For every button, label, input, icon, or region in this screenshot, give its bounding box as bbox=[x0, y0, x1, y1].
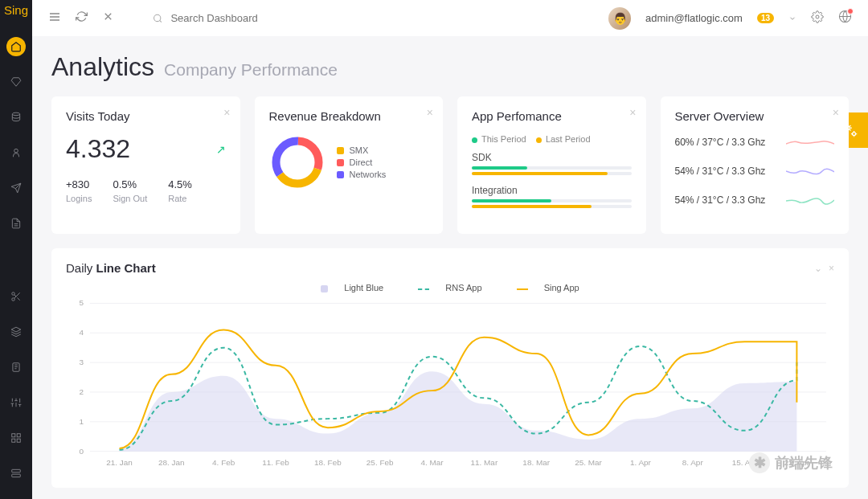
svg-text:2: 2 bbox=[79, 387, 84, 396]
sparkline bbox=[786, 192, 834, 208]
search-input[interactable] bbox=[170, 12, 313, 24]
svg-rect-5 bbox=[12, 434, 15, 437]
stat-label: Rate bbox=[168, 194, 192, 203]
home-icon bbox=[10, 41, 22, 52]
chart-title: Daily Line Chart bbox=[66, 261, 156, 275]
send-icon bbox=[10, 182, 22, 194]
svg-text:18. Mar: 18. Mar bbox=[522, 458, 550, 467]
globe-button[interactable] bbox=[838, 10, 852, 27]
user-email: admin@flatlogic.com bbox=[645, 12, 743, 24]
legend-label: Last Period bbox=[546, 134, 591, 144]
svg-text:11. Mar: 11. Mar bbox=[471, 458, 498, 467]
sidebar-item-doc[interactable] bbox=[6, 214, 26, 233]
scissors-icon bbox=[10, 291, 22, 302]
line-chart: 01234521. Jan28. Jan4. Feb11. Feb18. Feb… bbox=[66, 299, 834, 472]
chart-expand-icon[interactable]: ⌄ bbox=[814, 263, 822, 274]
chart-close-icon[interactable]: × bbox=[829, 263, 834, 274]
server-stat: 54% / 31°C / 3.3 Ghz bbox=[675, 166, 766, 177]
legend-label: Direct bbox=[350, 157, 373, 167]
card-title: Visits Today bbox=[66, 109, 226, 123]
clipboard-icon bbox=[10, 362, 22, 373]
refresh-icon bbox=[76, 10, 88, 22]
card-line-chart: Daily Line Chart ⌄× Light Blue RNS App S… bbox=[51, 248, 849, 488]
brand-logo[interactable]: Sing bbox=[4, 3, 28, 17]
card-title: Revenue Breakdown bbox=[269, 109, 429, 123]
svg-point-0 bbox=[12, 112, 19, 116]
alert-dot bbox=[847, 8, 854, 14]
sidebar-item-server[interactable] bbox=[6, 464, 26, 483]
svg-rect-7 bbox=[17, 439, 20, 442]
legend-label: This Period bbox=[481, 134, 526, 144]
sidebar-item-layers[interactable] bbox=[6, 322, 26, 342]
card-app-performance: × App Perfomance This Period Last Period… bbox=[457, 96, 646, 234]
server-stat: 60% / 37°C / 3.3 Ghz bbox=[675, 137, 766, 148]
svg-text:11. Feb: 11. Feb bbox=[262, 458, 289, 467]
svg-text:21. Jan: 21. Jan bbox=[106, 458, 133, 467]
sidebar-item-home[interactable] bbox=[6, 37, 26, 56]
sidebar-item-diamond[interactable] bbox=[6, 72, 26, 92]
svg-text:18. Feb: 18. Feb bbox=[314, 458, 342, 467]
svg-text:25. Mar: 25. Mar bbox=[575, 458, 602, 467]
donut-legend: SMX Direct Networks bbox=[337, 143, 387, 182]
topbar: 👨 admin@flatlogic.com 13 bbox=[32, 0, 868, 36]
notification-badge[interactable]: 13 bbox=[757, 13, 774, 23]
server-icon bbox=[10, 468, 22, 479]
legend-label: RNS App bbox=[445, 283, 481, 292]
svg-text:1: 1 bbox=[79, 417, 84, 426]
card-close[interactable]: × bbox=[833, 106, 839, 119]
stat-label: Logins bbox=[66, 194, 92, 203]
document-icon bbox=[10, 218, 22, 229]
sparkline bbox=[786, 163, 834, 179]
sidebar-item-scissors[interactable] bbox=[6, 287, 26, 306]
title-main: Analytics bbox=[51, 52, 154, 82]
svg-text:0: 0 bbox=[79, 447, 84, 456]
svg-rect-10 bbox=[12, 474, 21, 477]
svg-point-12 bbox=[816, 15, 819, 18]
stat-value: 0.5% bbox=[113, 178, 147, 190]
menu-toggle[interactable] bbox=[48, 10, 61, 27]
card-close[interactable]: × bbox=[629, 106, 636, 119]
sparkline bbox=[786, 134, 834, 150]
svg-point-2 bbox=[12, 292, 15, 296]
refresh-button[interactable] bbox=[76, 10, 88, 26]
menu-icon bbox=[48, 10, 61, 23]
svg-point-3 bbox=[12, 298, 15, 301]
app-legend: This Period Last Period bbox=[472, 134, 632, 144]
chevron-down-icon[interactable] bbox=[788, 14, 796, 22]
user-icon bbox=[10, 147, 22, 158]
sidebar-item-send[interactable] bbox=[6, 178, 26, 198]
svg-text:5: 5 bbox=[79, 299, 84, 307]
card-server: × Server Overview 60% / 37°C / 3.3 Ghz 5… bbox=[661, 96, 850, 234]
avatar[interactable]: 👨 bbox=[608, 7, 631, 30]
card-title: Server Overview bbox=[675, 109, 835, 123]
database-icon bbox=[10, 112, 22, 123]
server-stat: 54% / 31°C / 3.3 Ghz bbox=[675, 194, 766, 206]
trend-up-icon: ↗ bbox=[216, 143, 226, 156]
sidebar-item-user[interactable] bbox=[6, 143, 26, 162]
search-icon bbox=[153, 13, 162, 24]
sidebar-item-sliders[interactable] bbox=[6, 393, 26, 412]
donut-chart bbox=[269, 134, 326, 190]
sidebar-item-clipboard[interactable] bbox=[6, 358, 26, 377]
legend-label: Networks bbox=[350, 170, 387, 179]
chart-legend: Light Blue RNS App Sing App bbox=[66, 283, 834, 292]
close-button[interactable] bbox=[102, 10, 114, 26]
card-close[interactable]: × bbox=[223, 106, 230, 119]
watermark: ✱前端先锋 bbox=[749, 452, 833, 473]
svg-text:28. Jan: 28. Jan bbox=[158, 458, 185, 467]
close-icon bbox=[102, 10, 114, 22]
svg-rect-8 bbox=[12, 439, 15, 442]
bar-label: Integration bbox=[472, 185, 632, 196]
sidebar-item-grid[interactable] bbox=[6, 428, 26, 448]
stat-value: 4.5% bbox=[168, 178, 192, 190]
svg-rect-6 bbox=[17, 434, 20, 437]
sidebar: Sing bbox=[0, 0, 32, 499]
svg-text:8. Apr: 8. Apr bbox=[682, 458, 704, 467]
svg-point-15 bbox=[853, 133, 856, 136]
card-close[interactable]: × bbox=[427, 106, 433, 119]
settings-button[interactable] bbox=[811, 10, 824, 27]
title-sub: Company Performance bbox=[164, 60, 338, 80]
card-title: App Perfomance bbox=[472, 109, 632, 123]
svg-rect-9 bbox=[12, 469, 21, 472]
sidebar-item-database[interactable] bbox=[6, 108, 26, 127]
